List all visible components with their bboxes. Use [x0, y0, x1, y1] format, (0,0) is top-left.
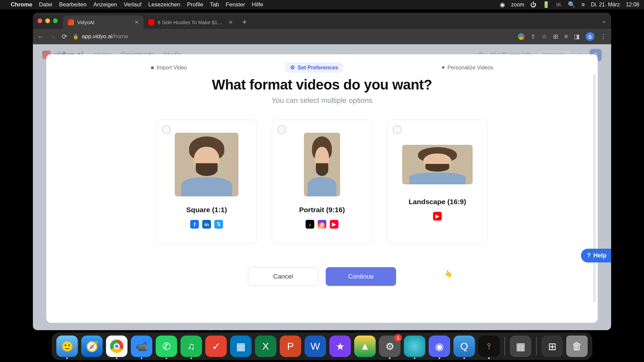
modal-scrollbar[interactable]: [593, 74, 596, 303]
format-option-landscape[interactable]: Landscape (16:9) ▶: [387, 120, 488, 244]
menu-tab[interactable]: Tab: [210, 1, 219, 8]
wifi-icon[interactable]: ᯾: [556, 1, 562, 8]
landscape-thumbnail: [402, 145, 473, 184]
dock-safari[interactable]: 🧭: [81, 336, 103, 357]
step-set-preferences[interactable]: ⚙ Set Preferences: [285, 62, 343, 73]
tab-close-button[interactable]: ✕: [228, 19, 233, 25]
menu-hilfe[interactable]: Hilfe: [252, 1, 263, 8]
modal-actions: Cancel Continue: [56, 267, 588, 286]
dock-audio-app[interactable]: ⫯: [478, 336, 500, 357]
dock-googledrive[interactable]: ▲: [354, 336, 376, 357]
chrome-window: VidyoAI ✕ 6 Side Hustles To Make $1000 ✕…: [33, 13, 611, 330]
menu-lesezeichen[interactable]: Lesezeichen: [148, 1, 180, 8]
cancel-button[interactable]: Cancel: [248, 267, 318, 286]
radio-unchecked-icon[interactable]: [393, 125, 401, 134]
lock-icon: 🔒: [73, 34, 78, 39]
new-tab-button[interactable]: ＋: [241, 17, 248, 27]
modal-subtitle: You can select multiple options: [56, 96, 588, 105]
step-label: Set Preferences: [298, 65, 338, 71]
format-options: Square (1:1) f in 𝕏 Portrait (9:16) ♪: [56, 120, 588, 244]
menu-bearbeiten[interactable]: Bearbeiten: [59, 1, 87, 8]
active-app-name[interactable]: Chrome: [11, 1, 32, 8]
menu-anzeigen[interactable]: Anzeigen: [93, 1, 117, 8]
share-icon[interactable]: ⇪: [531, 33, 536, 40]
menubar-date[interactable]: Di. 21. März: [591, 2, 620, 8]
control-center-icon[interactable]: ≡: [581, 1, 585, 8]
spotlight-icon[interactable]: 🔍: [568, 1, 575, 8]
instagram-icon: ◎: [318, 220, 326, 229]
dock-imovie[interactable]: ★: [329, 336, 351, 357]
heart-icon: ♥: [441, 65, 445, 71]
tab-overflow-button[interactable]: ⌄: [601, 17, 606, 24]
profile-avatar[interactable]: S: [586, 32, 594, 41]
step-import-video[interactable]: ■ Import Video: [146, 62, 192, 73]
browser-tab-vidyoai[interactable]: VidyoAI ✕: [63, 15, 144, 29]
shorts-icon: ▶: [330, 220, 338, 229]
tab-title: VidyoAI: [77, 19, 131, 25]
help-button[interactable]: ? Help: [581, 249, 611, 262]
format-label: Portrait (9:16): [299, 206, 345, 214]
reading-list-icon[interactable]: ≡: [564, 33, 568, 40]
window-close-button[interactable]: [38, 18, 42, 23]
format-label: Landscape (16:9): [409, 198, 466, 206]
help-label: Help: [593, 252, 606, 259]
dock-trash[interactable]: 🗑: [566, 336, 588, 357]
twitter-icon: 𝕏: [214, 220, 223, 229]
radio-unchecked-icon[interactable]: [162, 125, 171, 134]
extensions-icon[interactable]: ⊞: [553, 33, 558, 40]
dock-todoist[interactable]: ✓: [205, 336, 227, 357]
macos-menu-bar: Chrome Datei Bearbeiten Anzeigen Verlauf…: [0, 0, 644, 9]
dock-quicktime[interactable]: Q: [453, 336, 475, 357]
youtube-favicon-icon: [148, 19, 154, 25]
radio-unchecked-icon[interactable]: [277, 125, 286, 134]
dock-launchpad[interactable]: ⊞: [541, 336, 563, 357]
browser-tab-youtube[interactable]: 6 Side Hustles To Make $1000 ✕: [144, 15, 237, 29]
battery-icon[interactable]: 🔋: [542, 1, 550, 8]
record-status-icon[interactable]: ◉: [500, 1, 505, 8]
dock-word[interactable]: W: [305, 336, 326, 357]
menu-verlauf[interactable]: Verlauf: [124, 1, 142, 8]
dock-discord[interactable]: ◉: [429, 336, 450, 357]
zoom-status-label[interactable]: zoom: [511, 2, 524, 8]
dock-separator: [536, 337, 537, 356]
help-icon: ?: [587, 252, 591, 259]
dock-app-teal[interactable]: [404, 336, 425, 357]
sidepanel-icon[interactable]: ◨: [574, 33, 580, 40]
tab-close-button[interactable]: ✕: [135, 19, 139, 25]
bookmark-star-icon[interactable]: ☆: [542, 33, 547, 40]
address-bar[interactable]: 🔒 app.vidyo.ai/home: [73, 33, 513, 40]
menu-profile[interactable]: Profile: [187, 1, 203, 8]
format-option-portrait[interactable]: Portrait (9:16) ♪ ◎ ▶: [272, 120, 372, 244]
screen-mirror-icon[interactable]: ⏻: [530, 1, 536, 8]
vidyoai-favicon-icon: [68, 19, 74, 25]
dock-finder[interactable]: 🙂: [56, 336, 78, 357]
dock-excel[interactable]: X: [255, 336, 276, 357]
continue-button[interactable]: Continue: [326, 267, 396, 286]
dock-whatsapp[interactable]: ✆: [156, 336, 177, 357]
window-traffic-lights: [38, 18, 58, 23]
window-minimize-button[interactable]: [45, 18, 50, 23]
chrome-menu-icon[interactable]: ⋮: [600, 33, 606, 40]
back-button[interactable]: ←: [38, 33, 44, 41]
browser-toolbar: ← → ⟳ 🔒 app.vidyo.ai/home ⇪ ☆ ⊞ ≡ ◨ S ⋮: [33, 29, 611, 44]
step-personalize-videos[interactable]: ♥ Personalize Videos: [437, 62, 498, 73]
dock-chrome[interactable]: [106, 336, 127, 357]
reload-button[interactable]: ⟳: [62, 33, 67, 41]
format-label: Square (1:1): [186, 206, 227, 214]
dock-zoom[interactable]: 📹: [131, 336, 152, 357]
menubar-time[interactable]: 12:08: [626, 2, 639, 8]
page-content: vidyo.ai Home Downloads Media ⌄ ⏱ 42 / 7…: [33, 44, 611, 330]
forward-button[interactable]: →: [50, 33, 56, 41]
dock-spotify[interactable]: ♫: [180, 336, 202, 357]
dock-calculator[interactable]: ▦: [510, 336, 531, 357]
step-indicator: ■ Import Video ⚙ Set Preferences ♥ Perso…: [56, 62, 588, 73]
window-fullscreen-button[interactable]: [53, 18, 58, 23]
dock-settings[interactable]: ⚙1: [379, 336, 400, 357]
format-option-square[interactable]: Square (1:1) f in 𝕏: [156, 120, 257, 244]
dock-powerpoint[interactable]: P: [280, 336, 301, 357]
google-lens-icon[interactable]: [518, 33, 525, 40]
dock-trello[interactable]: ▦: [230, 336, 252, 357]
menu-datei[interactable]: Datei: [39, 1, 52, 8]
menu-fenster[interactable]: Fenster: [226, 1, 245, 8]
camera-icon: ■: [151, 65, 154, 71]
